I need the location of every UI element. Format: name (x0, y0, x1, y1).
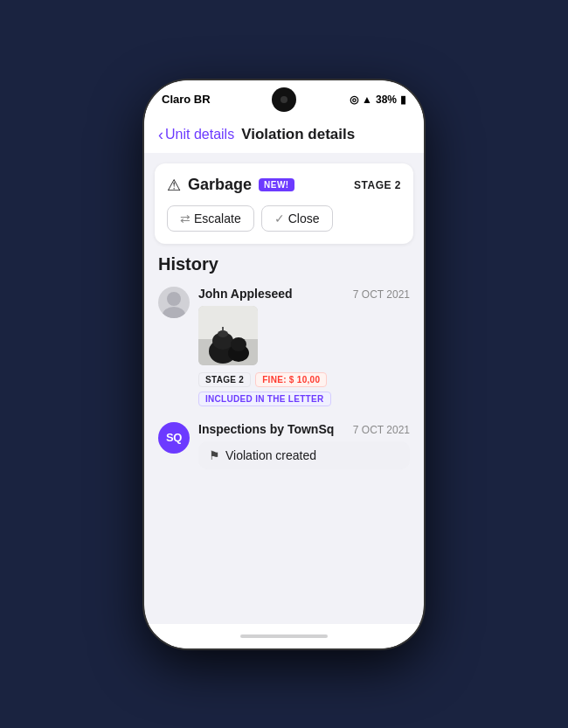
history-photo (198, 306, 258, 365)
history-item: John Appleseed 7 OCT 2021 (158, 287, 410, 406)
svg-point-1 (163, 307, 185, 318)
history-title: History (158, 254, 410, 274)
camera-dot (281, 96, 287, 103)
home-bar (240, 634, 328, 638)
violation-created-text: Violation created (225, 448, 316, 462)
signal-icon: ▲ (362, 94, 372, 106)
flag-icon: ⚑ (209, 448, 220, 462)
history-author: Inspections by TownSq (198, 422, 334, 436)
svg-point-7 (218, 330, 228, 337)
history-row: John Appleseed 7 OCT 2021 (198, 287, 410, 301)
violation-title-group: ⚠ Garbage NEW! (167, 176, 294, 195)
history-body: Inspections by TownSq 7 OCT 2021 ⚑ Viola… (198, 422, 410, 469)
tag-letter: INCLUDED IN THE LETTER (198, 392, 331, 406)
violation-card: ⚠ Garbage NEW! STAGE 2 ⇄ Escalate ✓ Clos… (155, 163, 413, 244)
phone-screen: Claro BR ◎ ▲ 38% ▮ ‹ Unit details Violat… (144, 80, 424, 648)
escalate-label: Escalate (194, 211, 241, 225)
history-body: John Appleseed 7 OCT 2021 (198, 287, 410, 406)
close-checkmark-icon: ✓ (274, 211, 285, 225)
history-item: SQ Inspections by TownSq 7 OCT 2021 ⚑ Vi… (158, 422, 410, 469)
carrier-text: Claro BR (162, 93, 211, 106)
page-title: Violation details (241, 126, 355, 143)
violation-name: Garbage (188, 176, 252, 194)
history-date: 7 OCT 2021 (353, 288, 410, 301)
history-row: Inspections by TownSq 7 OCT 2021 (198, 422, 410, 436)
garbage-photo-svg (198, 306, 258, 365)
status-right-group: ◎ ▲ 38% ▮ (350, 94, 406, 106)
avatar (158, 287, 190, 318)
back-button[interactable]: ‹ Unit details (158, 126, 234, 144)
tag-fine: FINE: $ 10,00 (255, 372, 327, 387)
battery-text: 38% (376, 94, 397, 106)
history-tags: STAGE 2 FINE: $ 10,00 INCLUDED IN THE LE… (198, 372, 410, 406)
main-content: ⚠ Garbage NEW! STAGE 2 ⇄ Escalate ✓ Clos… (144, 153, 424, 624)
location-icon: ◎ (350, 94, 358, 106)
back-arrow-icon: ‹ (158, 126, 163, 144)
history-section: History John Appleseed 7 OCT 2021 (155, 254, 413, 485)
home-indicator (144, 624, 424, 648)
battery-icon: ▮ (400, 94, 406, 106)
townsq-avatar: SQ (158, 422, 190, 454)
warning-icon: ⚠ (167, 176, 181, 195)
action-buttons: ⇄ Escalate ✓ Close (167, 205, 401, 232)
stage-badge: STAGE 2 (354, 179, 401, 191)
svg-point-10 (231, 337, 246, 351)
townsq-avatar-label: SQ (166, 431, 182, 444)
close-button[interactable]: ✓ Close (261, 205, 333, 232)
history-author: John Appleseed (198, 287, 293, 301)
svg-point-0 (167, 292, 181, 306)
close-label: Close (288, 211, 320, 225)
nav-bar: ‹ Unit details Violation details (144, 119, 424, 153)
tag-stage: STAGE 2 (198, 372, 251, 387)
phone-frame: Claro BR ◎ ▲ 38% ▮ ‹ Unit details Violat… (144, 80, 424, 648)
escalate-button[interactable]: ⇄ Escalate (167, 205, 254, 232)
status-bar: Claro BR ◎ ▲ 38% ▮ (144, 80, 424, 119)
violation-created-bubble: ⚑ Violation created (198, 441, 410, 469)
new-badge: NEW! (259, 178, 294, 191)
front-camera (272, 87, 296, 112)
escalate-icon: ⇄ (180, 211, 190, 225)
history-date: 7 OCT 2021 (353, 424, 410, 436)
person-avatar-svg (158, 287, 190, 318)
back-label: Unit details (165, 127, 234, 142)
violation-header: ⚠ Garbage NEW! STAGE 2 (167, 176, 401, 195)
